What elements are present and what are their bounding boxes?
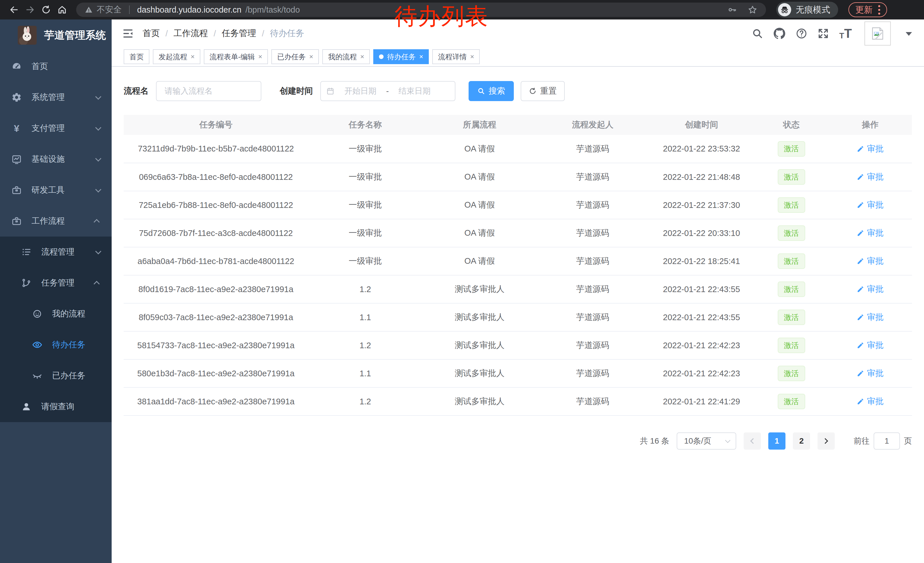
search-icon[interactable] xyxy=(752,28,763,39)
table-row: a6aba0a4-7b6d-11ec-b781-acde48001122 一级审… xyxy=(124,247,912,275)
status-badge: 激活 xyxy=(778,338,805,353)
browser-menu-icon[interactable] xyxy=(878,5,880,15)
close-icon[interactable]: × xyxy=(419,53,423,60)
close-icon[interactable]: × xyxy=(190,53,195,60)
approve-button[interactable]: 审批 xyxy=(857,227,884,239)
update-label[interactable]: 更新 xyxy=(855,4,873,16)
table-row: 580e1b3d-7ac8-11ec-a9e2-a2380e71991a 1.1… xyxy=(124,359,912,387)
sidebar-item-label: 研发工具 xyxy=(32,185,65,196)
browser-forward-icon[interactable] xyxy=(24,3,37,17)
column-header-create-time: 创建时间 xyxy=(649,115,754,135)
tab-label: 发起流程 xyxy=(159,52,187,62)
table-header-row: 任务编号 任务名称 所属流程 流程发起人 创建时间 状态 操作 xyxy=(124,115,912,135)
sidebar-collapse-icon[interactable] xyxy=(122,27,134,39)
breadcrumb-home[interactable]: 首页 xyxy=(142,27,160,39)
approve-button[interactable]: 审批 xyxy=(857,368,884,379)
tab-my-process[interactable]: 我的流程 × xyxy=(322,49,370,64)
process-name-input[interactable] xyxy=(156,81,261,101)
security-warning-icon[interactable] xyxy=(85,6,93,14)
date-range-picker[interactable]: - xyxy=(320,81,455,101)
prev-page-button[interactable] xyxy=(744,432,761,450)
approve-button[interactable]: 审批 xyxy=(857,396,884,407)
cell-process: 测试多审批人 xyxy=(423,331,537,359)
approve-button[interactable]: 审批 xyxy=(857,199,884,211)
font-size-icon[interactable]: TT xyxy=(839,27,852,40)
approve-button[interactable]: 审批 xyxy=(857,171,884,183)
edit-icon xyxy=(857,173,864,181)
close-icon[interactable]: × xyxy=(309,53,313,60)
approve-button[interactable]: 审批 xyxy=(857,284,884,295)
browser-home-icon[interactable] xyxy=(56,3,69,17)
column-header-status: 状态 xyxy=(754,115,828,135)
table-row: 725a1eb6-7b88-11ec-8ef0-acde48001122 一级审… xyxy=(124,191,912,219)
close-icon[interactable]: × xyxy=(258,53,262,60)
sidebar-item-payment[interactable]: ¥ 支付管理 xyxy=(0,113,112,144)
breadcrumb-task-management[interactable]: 任务管理 xyxy=(222,27,256,39)
sidebar-item-my-process[interactable]: 我的流程 xyxy=(0,299,112,329)
tab-todo-tasks[interactable]: 待办任务 × xyxy=(373,49,429,64)
approve-button[interactable]: 审批 xyxy=(857,339,884,351)
avatar[interactable] xyxy=(864,21,891,45)
approve-label: 审批 xyxy=(867,255,884,267)
cell-process: OA 请假 xyxy=(423,247,537,275)
fullscreen-icon[interactable] xyxy=(818,28,829,39)
sidebar-item-infrastructure[interactable]: 基础设施 xyxy=(0,144,112,175)
end-date-input[interactable] xyxy=(390,87,438,96)
app-logo-rabbit-image xyxy=(18,26,37,45)
help-icon[interactable] xyxy=(796,28,807,39)
cell-process: 测试多审批人 xyxy=(423,387,537,416)
goto-page-input[interactable] xyxy=(874,432,900,450)
sidebar-item-workflow[interactable]: 工作流程 xyxy=(0,206,112,237)
table-row: 8f0d1619-7ac8-11ec-a9e2-a2380e71991a 1.2… xyxy=(124,275,912,303)
status-badge: 激活 xyxy=(778,197,805,213)
app-logo-row[interactable]: 芋道管理系统 xyxy=(0,20,112,51)
breadcrumb-workflow[interactable]: 工作流程 xyxy=(174,27,208,39)
cell-starter: 芋道源码 xyxy=(537,191,649,219)
chevron-down-icon xyxy=(725,438,730,443)
status-badge: 激活 xyxy=(778,141,805,157)
search-button[interactable]: 搜索 xyxy=(469,81,514,101)
address-bar[interactable]: 不安全 dashboard.yudao.iocoder.cn/bpm/task/… xyxy=(76,3,766,17)
tab-home[interactable]: 首页 xyxy=(124,49,149,64)
approve-label: 审批 xyxy=(867,284,884,295)
reset-button[interactable]: 重置 xyxy=(520,81,565,101)
url-path: /bpm/task/todo xyxy=(245,5,300,15)
github-icon[interactable] xyxy=(773,27,786,39)
security-label[interactable]: 不安全 xyxy=(97,4,122,15)
close-icon[interactable]: × xyxy=(360,53,364,60)
approve-button[interactable]: 审批 xyxy=(857,255,884,267)
sidebar-item-leave-query[interactable]: 请假查询 xyxy=(0,391,112,422)
cell-create-time: 2022-01-21 22:42:23 xyxy=(649,331,754,359)
approve-button[interactable]: 审批 xyxy=(857,143,884,155)
sidebar-item-label: 我的流程 xyxy=(52,308,85,320)
sidebar-item-task-management[interactable]: 任务管理 xyxy=(0,267,112,299)
avatar-caret-icon[interactable] xyxy=(906,32,912,39)
tab-start-process[interactable]: 发起流程 × xyxy=(153,49,200,64)
cell-task-id: 069c6a63-7b8a-11ec-8ef0-acde48001122 xyxy=(124,163,308,191)
cell-starter: 芋道源码 xyxy=(537,163,649,191)
approve-label: 审批 xyxy=(867,143,884,155)
browser-back-icon[interactable] xyxy=(8,3,21,17)
password-key-icon[interactable] xyxy=(728,5,737,14)
approve-button[interactable]: 审批 xyxy=(857,312,884,323)
incognito-badge: 无痕模式 xyxy=(776,2,838,18)
bookmark-star-icon[interactable] xyxy=(748,5,758,15)
sidebar-item-process-management[interactable]: 流程管理 xyxy=(0,237,112,267)
tab-process-form-edit[interactable]: 流程表单-编辑 × xyxy=(204,49,268,64)
sidebar-item-todo-tasks[interactable]: 待办任务 xyxy=(0,329,112,360)
page-button-1[interactable]: 1 xyxy=(768,432,786,450)
sidebar-item-dev-tools[interactable]: 研发工具 xyxy=(0,175,112,206)
next-page-button[interactable] xyxy=(818,432,835,450)
chevron-down-icon xyxy=(95,156,101,162)
browser-reload-icon[interactable] xyxy=(39,3,52,17)
close-icon[interactable]: × xyxy=(470,53,474,60)
page-button-2[interactable]: 2 xyxy=(793,432,810,450)
sidebar-item-home[interactable]: 首页 xyxy=(0,51,112,82)
start-date-input[interactable] xyxy=(336,87,384,96)
sidebar-item-done-tasks[interactable]: 已办任务 xyxy=(0,360,112,391)
page-size-select[interactable]: 10条/页 xyxy=(676,432,736,450)
tab-done-tasks[interactable]: 已办任务 × xyxy=(272,49,319,64)
browser-update-button[interactable]: 更新 xyxy=(848,2,887,17)
sidebar-item-system[interactable]: 系统管理 xyxy=(0,82,112,113)
tab-process-detail[interactable]: 流程详情 × xyxy=(432,49,480,64)
